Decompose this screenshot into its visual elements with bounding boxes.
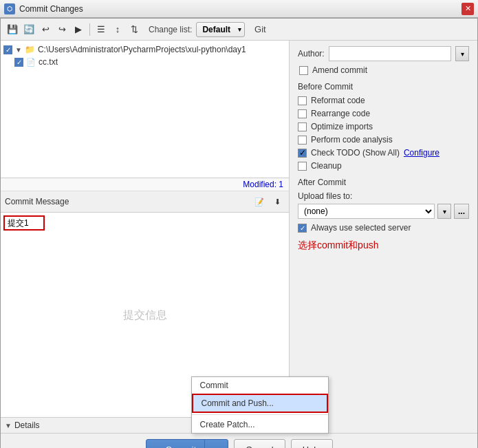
cleanup-checkbox[interactable] — [298, 162, 307, 171]
commit-dialog: 💾 🔄 ↩ ↪ ▶ ☰ ↕ ⇅ Change list: Default ▾ G… — [0, 18, 478, 448]
toolbar-btn-8[interactable]: ⇅ — [127, 22, 142, 37]
always-use-checkbox[interactable]: ✓ — [298, 224, 307, 233]
file1-checkbox[interactable]: ✓ — [14, 58, 23, 67]
commit-input[interactable] — [3, 215, 45, 231]
upload-row: (none) ▾ ... — [298, 204, 469, 219]
modified-count: Modified: 1 — [1, 178, 289, 191]
toolbar-btn-6[interactable]: ☰ — [94, 22, 109, 37]
checktodo-checkbox[interactable]: ✓ — [298, 149, 307, 158]
left-panel: ✓ ▼ 📁 C:\Users\Administrator\PycharmProj… — [1, 41, 290, 433]
toolbar-btn-1[interactable]: 💾 — [5, 22, 20, 37]
toolbar-btn-7[interactable]: ↕ — [110, 22, 125, 37]
popup-separator — [192, 414, 328, 415]
annotation-text: 选择commit和push — [298, 239, 469, 252]
analyze-checkbox[interactable] — [298, 136, 307, 145]
always-use-row: ✓ Always use selected server — [298, 223, 469, 233]
file1-label: cc.txt — [39, 57, 58, 67]
toolbar-separator — [89, 23, 90, 36]
reformat-checkbox[interactable] — [298, 96, 307, 105]
change-list-label: Change list: — [149, 25, 192, 34]
tree-file-1[interactable]: ✓ 📄 cc.txt — [12, 56, 289, 68]
amend-label: Amend commit — [312, 65, 367, 75]
author-dropdown-btn[interactable]: ▾ — [455, 46, 469, 61]
git-label: Git — [254, 24, 266, 34]
help-button[interactable]: Help — [291, 439, 333, 448]
cancel-button[interactable]: Cancel — [234, 439, 285, 448]
details-label: Details — [14, 420, 40, 430]
file-icon: 📄 — [26, 58, 36, 67]
always-use-label: Always use selected server — [311, 223, 411, 233]
commit-message-header: Commit Message 📝 ⬇ — [1, 191, 289, 213]
commit-dropdown-arrow[interactable]: ▾ — [204, 440, 217, 448]
analyze-row: Perform code analysis — [298, 135, 469, 145]
optimize-checkbox[interactable] — [298, 122, 307, 131]
root-checkbox[interactable]: ✓ — [3, 45, 12, 54]
root-path: C:\Users\Administrator\PycharmProjects\x… — [38, 45, 246, 54]
toolbar-btn-3[interactable]: ↩ — [38, 22, 53, 37]
configure-link[interactable]: Configure — [404, 148, 439, 158]
title-bar-text: Commit Changes — [19, 4, 457, 14]
upload-dots-btn[interactable]: ... — [454, 204, 469, 219]
title-bar: ⬡ Commit Changes ✕ — [0, 0, 478, 18]
popup-create-patch[interactable]: Create Patch... — [192, 416, 328, 433]
optimize-row: Optimize imports — [298, 122, 469, 131]
reformat-label: Reformat code — [311, 96, 365, 105]
toolbar-btn-5[interactable]: ▶ — [71, 22, 86, 37]
toolbar-btn-2[interactable]: 🔄 — [21, 22, 36, 37]
file-tree: ✓ ▼ 📁 C:\Users\Administrator\PycharmProj… — [1, 41, 289, 178]
commit-button[interactable]: Commit ▾ — [146, 439, 229, 448]
checktodo-row: ✓ Check TODO (Show All) Configure — [298, 148, 469, 158]
author-input[interactable] — [329, 46, 451, 61]
analyze-label: Perform code analysis — [311, 135, 393, 145]
root-arrow: ▼ — [15, 46, 22, 54]
before-commit-label: Before Commit — [298, 82, 469, 92]
main-content: ✓ ▼ 📁 C:\Users\Administrator\PycharmProj… — [1, 41, 477, 433]
author-label: Author: — [298, 49, 325, 58]
tree-root[interactable]: ✓ ▼ 📁 C:\Users\Administrator\PycharmProj… — [1, 43, 289, 56]
checktodo-label: Check TODO (Show All) — [311, 148, 400, 158]
amend-row: Amend commit — [298, 65, 469, 75]
app-icon: ⬡ — [4, 3, 15, 14]
commit-dropdown-popup: Commit Commit and Push... Create Patch..… — [191, 376, 329, 434]
commit-message-label: Commit Message — [5, 197, 69, 206]
cleanup-label: Cleanup — [311, 161, 342, 171]
commit-msg-icons: 📝 ⬇ — [252, 194, 285, 209]
cleanup-row: Cleanup — [298, 161, 469, 171]
popup-commit-and-push[interactable]: Commit and Push... — [192, 394, 328, 413]
rearrange-checkbox[interactable] — [298, 109, 307, 118]
rearrange-label: Rearrange code — [311, 109, 370, 118]
popup-commit[interactable]: Commit — [192, 377, 328, 394]
after-commit-label: After Commit — [298, 178, 469, 187]
toolbar: 💾 🔄 ↩ ↪ ▶ ☰ ↕ ⇅ Change list: Default ▾ G… — [1, 19, 477, 41]
upload-select-btn[interactable]: ▾ — [437, 204, 451, 219]
reformat-row: Reformat code — [298, 96, 469, 105]
commit-button-label: Commit — [157, 445, 205, 449]
commit-msg-btn-2[interactable]: ⬇ — [270, 194, 285, 209]
folder-icon: 📁 — [25, 45, 35, 54]
toolbar-btn-4[interactable]: ↪ — [54, 22, 69, 37]
commit-placeholder: 提交信息 — [123, 308, 167, 322]
details-arrow-icon: ▼ — [5, 422, 12, 429]
optimize-label: Optimize imports — [311, 122, 373, 131]
author-row: Author: ▾ — [298, 46, 469, 61]
amend-checkbox[interactable] — [299, 66, 308, 75]
bottom-bar: Commit ▾ Cancel Help Commit Commit and P… — [1, 433, 477, 448]
upload-select[interactable]: (none) — [298, 204, 435, 219]
close-button[interactable]: ✕ — [461, 3, 474, 15]
right-panel: Author: ▾ Amend commit Before Commit Ref… — [290, 41, 477, 433]
after-commit-section: After Commit Upload files to: (none) ▾ .… — [298, 178, 469, 233]
commit-msg-btn-1[interactable]: 📝 — [252, 194, 267, 209]
change-list-dropdown[interactable]: Default ▾ — [196, 22, 245, 37]
rearrange-row: Rearrange code — [298, 109, 469, 118]
upload-label: Upload files to: — [298, 191, 469, 201]
